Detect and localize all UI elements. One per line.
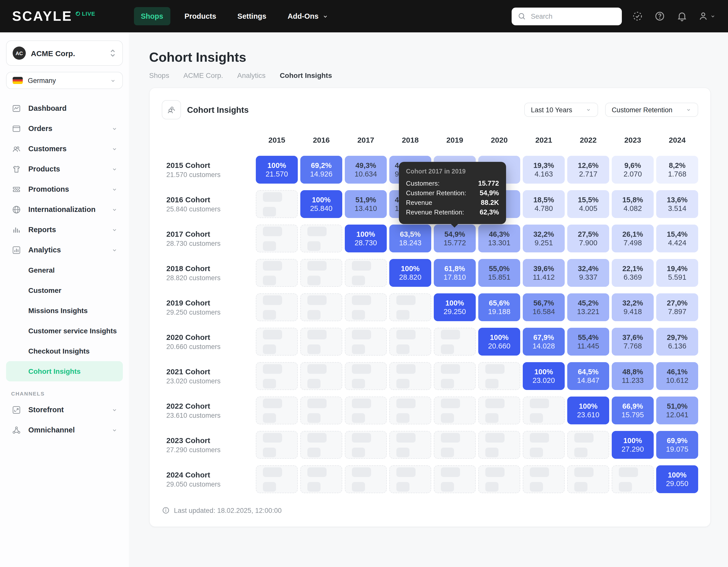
metric-select[interactable]: Customer Retention — [605, 103, 698, 117]
cohort-cell-2023-in-2024[interactable]: 69,9%19.075 — [656, 431, 698, 459]
account-menu[interactable] — [698, 11, 716, 22]
column-header-2023: 2023 — [612, 135, 654, 144]
sidebar-item-customer-service-insights[interactable]: Customer service Insights — [6, 321, 123, 341]
tooltip-value: 54,9% — [480, 189, 499, 197]
cell-customer-count: 28.730 — [355, 239, 377, 246]
cohort-cell-2017-in-2024[interactable]: 15,4%4.424 — [656, 224, 698, 252]
cohort-cell-2015-in-2024[interactable]: 8,2%1.768 — [656, 156, 698, 183]
nav-tab-shops[interactable]: Shops — [134, 7, 170, 25]
sidebar-item-promotions[interactable]: Promotions — [6, 179, 123, 199]
sidebar-item-omnichannel[interactable]: Omnichannel — [6, 420, 123, 440]
cell-retention-pct: 100% — [312, 196, 331, 203]
cohort-cell-2017-in-2022[interactable]: 27,5%7.900 — [567, 224, 609, 252]
sidebar-item-analytics[interactable]: Analytics — [6, 240, 123, 260]
sidebar-item-storefront[interactable]: Storefront — [6, 400, 123, 420]
cohort-cell-2015-in-2017[interactable]: 49,3%10.634 — [345, 156, 387, 183]
cohort-cell-2017-in-2017[interactable]: 100%28.730 — [345, 224, 387, 252]
cohort-cell-2015-in-2016[interactable]: 69,2%14.926 — [300, 156, 342, 183]
live-badge: LIVE — [75, 10, 95, 16]
status-check-button[interactable] — [631, 10, 644, 23]
country-selector[interactable]: Germany — [6, 72, 123, 89]
empty-cell — [345, 294, 387, 321]
sidebar-item-customers[interactable]: Customers — [6, 139, 123, 159]
cohort-cell-2016-in-2017[interactable]: 51,9%13.410 — [345, 190, 387, 218]
cell-retention-pct: 32,2% — [622, 299, 643, 307]
cohort-cell-2024-in-2024[interactable]: 100%29.050 — [656, 465, 698, 493]
help-button[interactable] — [653, 10, 666, 23]
channels-section-label: CHANNELS — [11, 391, 123, 397]
sidebar-item-dashboard[interactable]: Dashboard — [6, 98, 123, 118]
cohort-cell-2017-in-2021[interactable]: 32,2%9.251 — [523, 224, 565, 252]
sidebar-item-reports[interactable]: Reports — [6, 219, 123, 240]
nav-tab-add-ons[interactable]: Add-Ons — [281, 7, 336, 25]
sidebar-item-cohort-insights[interactable]: Cohort Insights — [6, 361, 123, 381]
cohort-cell-2020-in-2020[interactable]: 100%20.660 — [478, 328, 520, 356]
cohort-cell-2018-in-2024[interactable]: 19,4%5.591 — [656, 259, 698, 287]
cohort-cell-2015-in-2023[interactable]: 9,6%2.070 — [612, 156, 654, 183]
breadcrumb-item-analytics[interactable]: Analytics — [237, 71, 266, 79]
tooltip-label: Revenue — [406, 199, 432, 206]
sidebar-item-customer[interactable]: Customer — [6, 280, 123, 301]
skeleton-bar — [396, 398, 416, 408]
breadcrumb-item-acme-corp[interactable]: ACME Corp. — [183, 71, 223, 79]
cohort-cell-2019-in-2020[interactable]: 65,6%19.188 — [478, 294, 520, 321]
cell-customer-count: 4.005 — [579, 205, 598, 212]
org-selector[interactable]: AC ACME Corp. — [6, 40, 123, 66]
cohort-year-label: 2021 Cohort — [166, 367, 253, 376]
sidebar-item-missions-insights[interactable]: Missions Insights — [6, 301, 123, 321]
cohort-cell-2016-in-2022[interactable]: 15,5%4.005 — [567, 190, 609, 218]
cohort-cell-2022-in-2022[interactable]: 100%23.610 — [567, 397, 609, 424]
sidebar-item-products[interactable]: Products — [6, 159, 123, 179]
cohort-cell-2018-in-2023[interactable]: 22,1%6.369 — [612, 259, 654, 287]
cohort-cell-2020-in-2022[interactable]: 55,4%11.445 — [567, 328, 609, 356]
nav-tab-settings[interactable]: Settings — [230, 7, 273, 25]
cohort-cell-2021-in-2023[interactable]: 48,8%11.233 — [612, 362, 654, 390]
breadcrumb-item-shops[interactable]: Shops — [149, 71, 169, 79]
skeleton-bar — [396, 379, 409, 388]
sidebar-item-orders[interactable]: Orders — [6, 118, 123, 139]
cohort-cell-2016-in-2023[interactable]: 15,8%4.082 — [612, 190, 654, 218]
cohort-cell-2018-in-2020[interactable]: 55,0%15.851 — [478, 259, 520, 287]
skeleton-bar — [263, 241, 276, 250]
nav-tab-products[interactable]: Products — [177, 7, 223, 25]
cohort-cell-2019-in-2022[interactable]: 45,2%13.221 — [567, 294, 609, 321]
cohort-cell-2019-in-2019[interactable]: 100%29.250 — [434, 294, 476, 321]
cohort-cell-2016-in-2024[interactable]: 13,6%3.514 — [656, 190, 698, 218]
cohort-cell-2017-in-2023[interactable]: 26,1%7.498 — [612, 224, 654, 252]
search-input[interactable] — [530, 12, 606, 20]
cohort-cell-2021-in-2021[interactable]: 100%23.020 — [523, 362, 565, 390]
time-range-select[interactable]: Last 10 Years — [524, 103, 598, 117]
cohort-cell-2015-in-2021[interactable]: 19,3%4.163 — [523, 156, 565, 183]
sidebar-item-checkout-insights[interactable]: Checkout Insights — [6, 341, 123, 361]
sidebar-item-general[interactable]: General — [6, 260, 123, 280]
cohort-cell-2017-in-2020[interactable]: 46,3%13.301 — [478, 224, 520, 252]
cell-retention-pct: 63,5% — [400, 230, 421, 238]
cohort-cell-2015-in-2015[interactable]: 100%21.570 — [256, 156, 298, 183]
cell-customer-count: 18.243 — [399, 239, 422, 246]
cohort-cell-2021-in-2022[interactable]: 64,5%14.847 — [567, 362, 609, 390]
cohort-cell-2019-in-2024[interactable]: 27,0%7.897 — [656, 294, 698, 321]
sidebar-item-internationalization[interactable]: Internationalization — [6, 199, 123, 219]
cohort-cell-2019-in-2023[interactable]: 32,2%9.418 — [612, 294, 654, 321]
cohort-cell-2021-in-2024[interactable]: 46,1%10.612 — [656, 362, 698, 390]
cohort-cell-2020-in-2021[interactable]: 67,9%14.028 — [523, 328, 565, 356]
live-dot-icon — [75, 11, 80, 16]
cohort-cell-2016-in-2021[interactable]: 18,5%4.780 — [523, 190, 565, 218]
cohort-cell-2022-in-2023[interactable]: 66,9%15.795 — [612, 397, 654, 424]
cohort-cell-2018-in-2019[interactable]: 61,8%17.810 — [434, 259, 476, 287]
cohort-cell-2017-in-2019[interactable]: 54,9%15.772 — [434, 224, 476, 252]
cohort-cell-2023-in-2023[interactable]: 100%27.290 — [612, 431, 654, 459]
cohort-cell-2018-in-2018[interactable]: 100%28.820 — [389, 259, 431, 287]
global-search[interactable] — [512, 7, 622, 25]
cohort-cell-2016-in-2016[interactable]: 100%25.840 — [300, 190, 342, 218]
cohort-cell-2017-in-2018[interactable]: 63,5%18.243 — [389, 224, 431, 252]
cohort-cell-2022-in-2024[interactable]: 51,0%12.041 — [656, 397, 698, 424]
cohort-cell-2018-in-2022[interactable]: 32,4%9.337 — [567, 259, 609, 287]
cohort-cell-2018-in-2021[interactable]: 39,6%11.412 — [523, 259, 565, 287]
cohort-cell-2015-in-2022[interactable]: 12,6%2.717 — [567, 156, 609, 183]
cohort-cell-2020-in-2023[interactable]: 37,6%7.768 — [612, 328, 654, 356]
scayle-logo[interactable]: SCAYLE LIVE — [12, 9, 95, 23]
cohort-cell-2019-in-2021[interactable]: 56,7%16.584 — [523, 294, 565, 321]
notifications-button[interactable] — [675, 10, 689, 23]
cohort-cell-2020-in-2024[interactable]: 29,7%6.136 — [656, 328, 698, 356]
